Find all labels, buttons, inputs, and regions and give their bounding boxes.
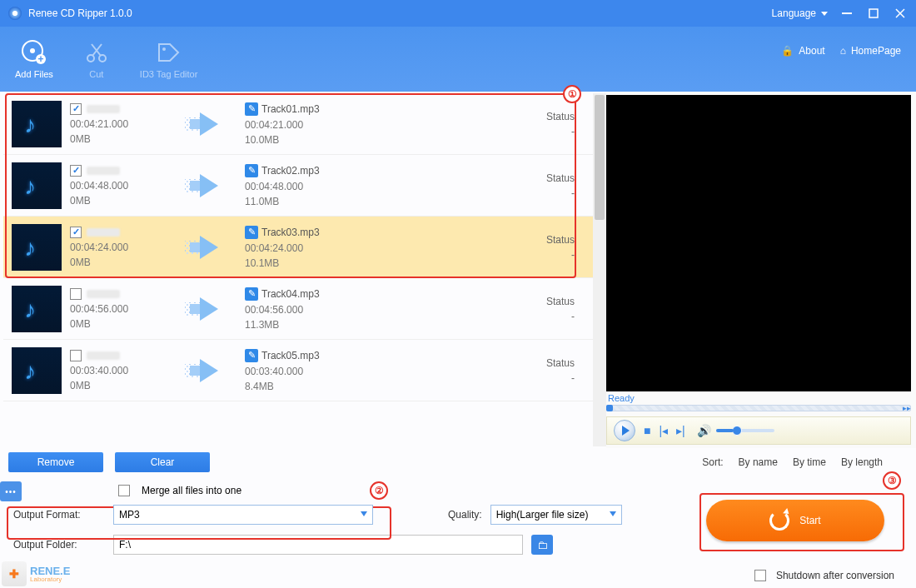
sort-by-name[interactable]: By name bbox=[739, 456, 778, 468]
convert-arrow-icon bbox=[178, 112, 236, 136]
track-checkbox[interactable] bbox=[70, 350, 82, 361]
home-icon: ⌂ bbox=[840, 45, 846, 57]
track-thumbnail bbox=[12, 224, 62, 271]
edit-icon[interactable] bbox=[245, 164, 258, 177]
output-size: 10.0MB bbox=[245, 134, 378, 146]
track-size: 0MB bbox=[70, 380, 170, 391]
track-size: 0MB bbox=[70, 195, 170, 207]
track-output-info: Track02.mp300:04:48.00011.0MB bbox=[245, 164, 378, 207]
edit-icon[interactable] bbox=[245, 226, 258, 239]
clear-button[interactable]: Clear bbox=[115, 452, 210, 472]
output-filename: Track05.mp3 bbox=[261, 350, 320, 361]
track-size: 0MB bbox=[70, 257, 170, 268]
quality-dropdown[interactable]: High(Larger file size) bbox=[490, 505, 622, 525]
scissors-icon bbox=[83, 39, 110, 66]
volume-slider[interactable] bbox=[716, 429, 774, 432]
sort-label: Sort: bbox=[702, 456, 723, 468]
preview-video bbox=[606, 95, 911, 391]
output-size: 11.0MB bbox=[245, 196, 378, 207]
track-checkbox[interactable] bbox=[70, 227, 82, 238]
homepage-link[interactable]: ⌂HomePage bbox=[840, 45, 901, 57]
track-duration: 00:03:40.000 bbox=[70, 365, 170, 376]
track-duration: 00:04:48.000 bbox=[70, 180, 170, 192]
track-thumbnail bbox=[12, 101, 62, 147]
track-source-info: 00:03:40.0000MB bbox=[70, 350, 170, 391]
track-source-info: 00:04:24.0000MB bbox=[70, 227, 170, 268]
id3-label: ID3 Tag Editor bbox=[140, 69, 198, 79]
prev-button[interactable]: |◂ bbox=[659, 424, 668, 437]
maximize-button[interactable] bbox=[866, 6, 881, 21]
status-value: - bbox=[571, 372, 575, 384]
id3-editor-button[interactable]: ID3 Tag Editor bbox=[140, 39, 198, 79]
status-header: Status bbox=[546, 234, 575, 246]
preview-panel: Ready ▸▸ ■ |◂ ▸| 🔊 bbox=[606, 92, 916, 448]
edit-icon[interactable] bbox=[245, 102, 258, 116]
output-filename: Track01.mp3 bbox=[261, 103, 320, 115]
start-area: ③ Start bbox=[706, 500, 898, 541]
svg-rect-1 bbox=[869, 9, 878, 17]
start-button[interactable]: Start bbox=[706, 500, 884, 541]
tag-icon bbox=[156, 39, 182, 66]
minimize-button[interactable] bbox=[839, 6, 854, 21]
next-button[interactable]: ▸| bbox=[676, 424, 685, 437]
output-format-dropdown[interactable]: MP3 bbox=[113, 505, 373, 525]
output-filename: Track04.mp3 bbox=[261, 288, 320, 300]
scrollbar[interactable] bbox=[593, 93, 606, 446]
track-status: Status- bbox=[386, 296, 585, 322]
annotation-number-2: ② bbox=[370, 481, 388, 500]
track-status: Status- bbox=[386, 111, 585, 137]
track-row[interactable]: 00:04:56.0000MBTrack04.mp300:04:56.00011… bbox=[3, 278, 593, 340]
output-duration: 00:03:40.000 bbox=[245, 366, 378, 377]
chevron-down-icon bbox=[821, 12, 828, 16]
track-output-info: Track01.mp300:04:21.00010.0MB bbox=[245, 102, 378, 146]
track-checkbox[interactable] bbox=[70, 288, 82, 300]
remove-button[interactable]: Remove bbox=[8, 452, 103, 472]
shutdown-checkbox[interactable] bbox=[754, 570, 766, 581]
merge-checkbox[interactable] bbox=[118, 485, 130, 496]
track-row[interactable]: 00:04:24.0000MBTrack03.mp300:04:24.00010… bbox=[3, 217, 593, 278]
open-folder-button[interactable] bbox=[531, 535, 553, 555]
language-label: Language bbox=[772, 7, 816, 19]
track-checkbox[interactable] bbox=[70, 103, 82, 115]
track-name-blurred bbox=[87, 351, 120, 360]
bottom-panel: Merge all files into one ② Output Format… bbox=[0, 476, 916, 588]
sort-by-time[interactable]: By time bbox=[793, 456, 826, 468]
browse-button[interactable] bbox=[0, 481, 22, 501]
add-files-button[interactable]: + Add Files bbox=[15, 39, 53, 79]
refresh-icon bbox=[769, 511, 789, 531]
scrollbar-thumb[interactable] bbox=[595, 95, 605, 220]
track-size: 0MB bbox=[70, 133, 170, 145]
output-duration: 00:04:56.000 bbox=[245, 304, 378, 316]
status-value: - bbox=[571, 126, 575, 137]
cut-button[interactable]: Cut bbox=[83, 39, 110, 79]
lock-icon: 🔒 bbox=[781, 45, 794, 57]
track-row[interactable]: 00:04:48.0000MBTrack02.mp300:04:48.00011… bbox=[3, 155, 593, 217]
stop-button[interactable]: ■ bbox=[644, 424, 650, 437]
track-thumbnail bbox=[12, 162, 62, 209]
annotation-number-1: ① bbox=[563, 85, 581, 103]
toolbar: + Add Files Cut ID3 Tag Editor 🔒About ⌂H… bbox=[0, 27, 916, 92]
volume-control[interactable]: 🔊 bbox=[697, 424, 774, 437]
play-button[interactable] bbox=[614, 420, 635, 441]
close-button[interactable] bbox=[893, 6, 908, 21]
output-folder-input[interactable]: F:\ bbox=[113, 535, 523, 555]
status-header: Status bbox=[546, 111, 575, 122]
edit-icon[interactable] bbox=[245, 287, 258, 301]
music-note-icon bbox=[24, 358, 49, 383]
edit-icon[interactable] bbox=[245, 349, 258, 362]
track-status: Status- bbox=[386, 357, 585, 384]
about-label: About bbox=[799, 45, 824, 57]
track-duration: 00:04:21.000 bbox=[70, 118, 170, 130]
track-row[interactable]: 00:04:21.0000MBTrack01.mp300:04:21.00010… bbox=[3, 93, 593, 155]
seek-slider[interactable]: ▸▸ bbox=[606, 405, 911, 415]
about-link[interactable]: 🔒About bbox=[781, 45, 824, 57]
language-dropdown[interactable]: Language bbox=[772, 7, 828, 19]
track-name-blurred bbox=[87, 228, 120, 237]
track-row[interactable]: 00:03:40.0000MBTrack05.mp300:03:40.0008.… bbox=[3, 340, 593, 401]
sort-by-length[interactable]: By length bbox=[841, 456, 883, 468]
track-duration: 00:04:56.000 bbox=[70, 303, 170, 315]
track-source-info: 00:04:48.0000MB bbox=[70, 165, 170, 207]
track-source-info: 00:04:56.0000MB bbox=[70, 288, 170, 330]
convert-arrow-icon bbox=[178, 236, 236, 259]
track-checkbox[interactable] bbox=[70, 165, 82, 177]
